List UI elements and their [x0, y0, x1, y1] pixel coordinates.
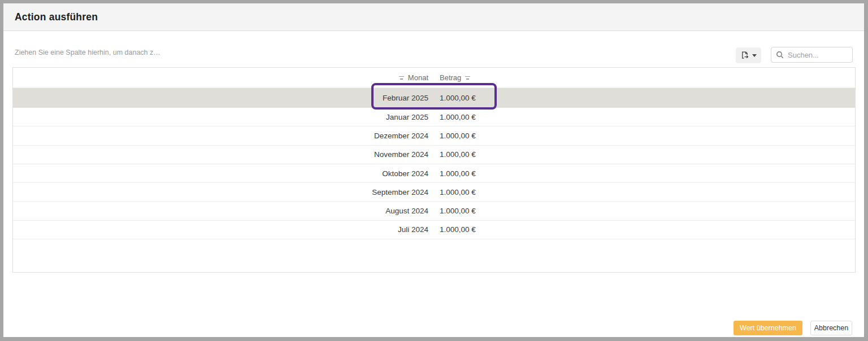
cell-betrag[interactable]: 1.000,00 €	[434, 164, 855, 182]
cell-monat[interactable]: Januar 2025	[13, 108, 434, 126]
cell-monat[interactable]: Dezember 2024	[13, 126, 434, 145]
screenshot-frame: Action ausführen Ziehen Sie eine Spalte …	[0, 0, 868, 341]
grid-header-row: Monat Betrag	[13, 68, 855, 88]
cancel-button[interactable]: Abbrechen	[810, 321, 852, 335]
table-row[interactable]: September 2024 1.000,00 €	[13, 183, 855, 202]
column-header-monat[interactable]: Monat	[13, 68, 434, 88]
cell-monat[interactable]: Oktober 2024	[13, 164, 434, 182]
cell-betrag[interactable]: 1.000,00 €	[434, 183, 855, 201]
table-row[interactable]: August 2024 1.000,00 €	[13, 202, 855, 220]
filter-icon[interactable]	[465, 76, 470, 80]
action-dialog: Action ausführen Ziehen Sie eine Spalte …	[3, 3, 864, 337]
column-header-label: Betrag	[440, 73, 461, 82]
table-row[interactable]: Oktober 2024 1.000,00 €	[13, 164, 855, 183]
cell-betrag[interactable]: 1.000,00 €	[434, 146, 855, 164]
table-row[interactable]: November 2024 1.000,00 €	[13, 146, 855, 164]
cell-monat[interactable]: Februar 2025	[13, 88, 434, 107]
search-box	[771, 47, 853, 63]
cell-betrag[interactable]: 1.000,00 €	[434, 202, 855, 220]
search-input[interactable]	[788, 51, 848, 59]
cell-betrag[interactable]: 1.000,00 €	[434, 126, 855, 145]
cell-monat[interactable]: August 2024	[13, 202, 434, 220]
table-row[interactable]: Januar 2025 1.000,00 €	[13, 108, 855, 126]
table-row[interactable]: Februar 2025 1.000,00 €	[13, 88, 855, 108]
table-row[interactable]: Juli 2024 1.000,00 €	[13, 221, 855, 239]
apply-value-button[interactable]: Wert übernehmen	[734, 321, 802, 335]
group-panel-drop-area[interactable]: Ziehen Sie eine Spalte hierhin, um danac…	[15, 49, 160, 56]
cell-betrag[interactable]: 1.000,00 €	[434, 108, 855, 126]
cell-monat[interactable]: September 2024	[13, 183, 434, 201]
dialog-titlebar: Action ausführen	[3, 3, 864, 31]
export-icon	[740, 51, 749, 60]
export-button[interactable]	[736, 47, 761, 63]
column-header-label: Monat	[408, 73, 428, 82]
magnifier-icon	[776, 51, 784, 59]
column-header-betrag[interactable]: Betrag	[434, 68, 855, 88]
table-row[interactable]: Dezember 2024 1.000,00 €	[13, 126, 855, 145]
grid-body: Februar 2025 1.000,00 € Januar 2025 1.00…	[13, 88, 855, 239]
cell-monat[interactable]: November 2024	[13, 146, 434, 164]
chevron-down-icon	[752, 54, 757, 57]
dialog-title: Action ausführen	[15, 11, 98, 23]
cell-betrag[interactable]: 1.000,00 €	[434, 221, 855, 239]
data-grid: Monat Betrag Februar 2025 1.000,00 € Jan…	[12, 67, 856, 273]
filter-icon[interactable]	[399, 76, 404, 80]
cell-monat[interactable]: Juli 2024	[13, 221, 434, 239]
cell-betrag[interactable]: 1.000,00 €	[434, 88, 855, 107]
